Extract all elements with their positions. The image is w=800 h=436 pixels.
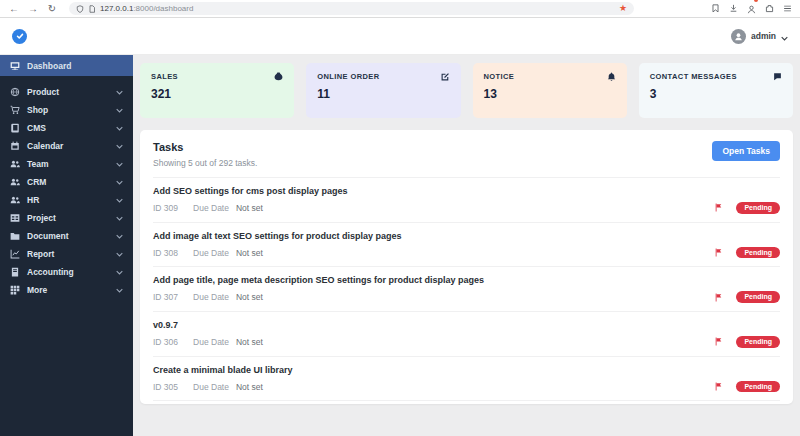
- sidebar: Dashboard Product Shop CMS Calendar Team: [0, 55, 133, 436]
- task-row: Create a minimal blade UI library ID 305…: [153, 357, 780, 402]
- folder-icon: [10, 231, 20, 241]
- edit-square-icon: [441, 72, 450, 81]
- book-icon: [10, 123, 20, 133]
- sidebar-item-shop[interactable]: Shop: [0, 101, 133, 119]
- bell-icon: [607, 72, 616, 81]
- sidebar-item-label: HR: [27, 195, 39, 205]
- app-header: admin: [0, 18, 800, 55]
- ledger-icon: [10, 267, 20, 277]
- sidebar-item-product[interactable]: Product: [0, 83, 133, 101]
- task-due-label: Due Date: [193, 292, 229, 302]
- check-logo-icon: [12, 29, 27, 44]
- tasks-title: Tasks: [153, 141, 257, 153]
- account-notification-dot: [754, 0, 758, 2]
- task-due-label: Due Date: [193, 382, 229, 392]
- chevron-down-icon: [116, 126, 123, 131]
- sidebar-item-report[interactable]: Report: [0, 245, 133, 263]
- flag-icon: [714, 293, 723, 302]
- sidebar-item-label: More: [27, 285, 47, 295]
- chevron-down-icon: [116, 252, 123, 257]
- url-path: :8000/dashboard: [133, 4, 193, 13]
- sidebar-item-label: Project: [27, 213, 56, 223]
- sidebar-item-label: Product: [27, 87, 59, 97]
- sidebar-item-accounting[interactable]: Accounting: [0, 263, 133, 281]
- sidebar-item-more[interactable]: More: [0, 281, 133, 299]
- save-icon[interactable]: [711, 4, 720, 13]
- globe-icon: [10, 87, 20, 97]
- avatar-person-icon: [733, 31, 744, 42]
- task-due-label: Due Date: [193, 248, 229, 258]
- stat-card-value: 321: [151, 87, 283, 101]
- task-due-value: Not set: [236, 248, 263, 258]
- chevron-down-icon: [116, 216, 123, 221]
- stat-card-label: CONTACT MESSAGES: [650, 72, 737, 81]
- sidebar-item-label: CRM: [27, 177, 46, 187]
- bookmark-star-icon[interactable]: ★: [619, 4, 627, 13]
- user-name: admin: [751, 31, 776, 41]
- sidebar-item-team[interactable]: Team: [0, 155, 133, 173]
- task-title[interactable]: v0.9.7: [153, 320, 780, 330]
- sidebar-item-label: Calendar: [27, 141, 63, 151]
- sidebar-item-dashboard[interactable]: Dashboard: [0, 55, 133, 76]
- task-due-value: Not set: [236, 337, 263, 347]
- users-icon: [10, 177, 20, 187]
- users-icon: [10, 195, 20, 205]
- task-title[interactable]: Add page title, page meta description SE…: [153, 275, 780, 285]
- reload-icon[interactable]: ↻: [46, 4, 58, 14]
- sidebar-item-label: Accounting: [27, 267, 74, 277]
- sidebar-item-hr[interactable]: HR: [0, 191, 133, 209]
- tasks-panel: Tasks Showing 5 out of 292 tasks. Open T…: [140, 130, 793, 404]
- task-id: ID 309: [153, 203, 178, 213]
- status-badge: Pending: [736, 247, 780, 259]
- avatar: [731, 29, 746, 44]
- status-badge: Pending: [736, 202, 780, 214]
- address-bar[interactable]: 127.0.0.1:8000/dashboard ★: [69, 2, 634, 15]
- sidebar-item-calendar[interactable]: Calendar: [0, 137, 133, 155]
- stat-cards-row: SALES 321 ONLINE ORDER 11 NOTICE 13: [140, 63, 793, 118]
- sidebar-item-cms[interactable]: CMS: [0, 119, 133, 137]
- task-row: Add SEO settings for cms post display pa…: [153, 178, 780, 223]
- forward-icon[interactable]: →: [27, 4, 39, 14]
- account-icon[interactable]: [747, 0, 756, 18]
- download-icon[interactable]: [729, 4, 738, 13]
- task-title[interactable]: Create a minimal blade UI library: [153, 365, 780, 375]
- task-id: ID 307: [153, 292, 178, 302]
- back-icon[interactable]: ←: [8, 4, 20, 14]
- status-badge: Pending: [736, 381, 780, 393]
- task-due-label: Due Date: [193, 203, 229, 213]
- browser-toolbar-icons: [711, 0, 792, 18]
- menu-icon[interactable]: [783, 4, 792, 13]
- user-menu[interactable]: admin: [731, 27, 788, 45]
- sidebar-item-crm[interactable]: CRM: [0, 173, 133, 191]
- task-title[interactable]: Add image alt text SEO settings for prod…: [153, 231, 780, 241]
- sidebar-item-label: Dashboard: [27, 61, 71, 71]
- flag-icon: [714, 337, 723, 346]
- money-bag-icon: [274, 72, 283, 81]
- stat-card-sales[interactable]: SALES 321: [140, 63, 294, 118]
- sidebar-item-label: CMS: [27, 123, 46, 133]
- chevron-down-icon: [116, 234, 123, 239]
- flag-icon: [714, 203, 723, 212]
- chevron-down-icon: [116, 180, 123, 185]
- chevron-down-icon: [116, 108, 123, 113]
- open-tasks-button[interactable]: Open Tasks: [712, 141, 780, 161]
- chevron-down-icon: [116, 162, 123, 167]
- stat-card-value: 13: [484, 87, 616, 101]
- status-badge: Pending: [736, 291, 780, 303]
- task-title[interactable]: Add SEO settings for cms post display pa…: [153, 186, 780, 196]
- tasks-subtitle: Showing 5 out of 292 tasks.: [153, 158, 257, 168]
- task-due-value: Not set: [236, 292, 263, 302]
- stat-card-contact-messages[interactable]: CONTACT MESSAGES 3: [639, 63, 793, 118]
- stat-card-value: 3: [650, 87, 782, 101]
- extension-icon[interactable]: [765, 4, 774, 13]
- grid-icon: [10, 285, 20, 295]
- task-due-value: Not set: [236, 382, 263, 392]
- chevron-down-icon: [116, 270, 123, 275]
- sidebar-item-project[interactable]: Project: [0, 209, 133, 227]
- sidebar-item-document[interactable]: Document: [0, 227, 133, 245]
- stat-card-notice[interactable]: NOTICE 13: [473, 63, 627, 118]
- task-id: ID 308: [153, 248, 178, 258]
- stat-card-value: 11: [317, 87, 449, 101]
- stat-card-online-order[interactable]: ONLINE ORDER 11: [306, 63, 460, 118]
- cart-icon: [10, 105, 20, 115]
